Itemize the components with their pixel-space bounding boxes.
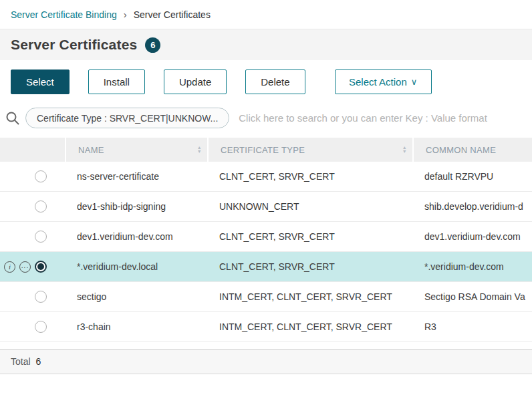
breadcrumb: Server Certificate Binding › Server Cert…	[0, 0, 532, 29]
cell-certificate-type: CLNT_CERT, SRVR_CERT	[207, 261, 412, 272]
table-body: ns-server-certificate CLNT_CERT, SRVR_CE…	[0, 162, 532, 342]
count-badge: 6	[145, 37, 160, 53]
row-radio[interactable]	[35, 261, 47, 273]
cell-name: *.veridium-dev.local	[65, 261, 207, 272]
cell-name: sectigo	[65, 291, 207, 302]
select-action-dropdown[interactable]: Select Action ∨	[335, 70, 432, 94]
row-select-cell	[0, 291, 65, 303]
row-select-cell	[0, 321, 65, 333]
row-radio[interactable]	[35, 291, 47, 303]
header-common-name[interactable]: COMMON NAME	[412, 138, 532, 162]
cell-certificate-type: CLNT_CERT, SRVR_CERT	[207, 171, 412, 182]
chevron-down-icon: ∨	[411, 77, 418, 87]
row-select-cell	[0, 200, 65, 213]
page-title: Server Certificates	[11, 37, 137, 53]
header-name-label: NAME	[78, 145, 104, 155]
filter-chip[interactable]: Certificate Type : SRVR_CERT|UNKNOW...	[25, 108, 229, 128]
install-button[interactable]: Install	[88, 70, 145, 94]
cell-common-name: *.veridium-dev.com	[412, 261, 532, 272]
select-button[interactable]: Select	[11, 70, 70, 94]
row-select-cell	[0, 170, 65, 182]
breadcrumb-link-parent[interactable]: Server Certificate Binding	[11, 9, 117, 20]
search-icon	[4, 110, 21, 127]
header-select-column	[0, 138, 65, 162]
table-row[interactable]: ns-server-certificate CLNT_CERT, SRVR_CE…	[0, 162, 532, 192]
cell-certificate-type: INTM_CERT, CLNT_CERT, SRVR_CERT	[207, 291, 412, 302]
table-footer-gap	[0, 342, 532, 349]
sort-icon[interactable]: ▲▼	[402, 146, 407, 154]
info-icon[interactable]: i	[4, 261, 15, 273]
delete-button[interactable]: Delete	[245, 70, 305, 94]
cell-common-name: dev1.veridium-dev.com	[412, 231, 532, 242]
header-name[interactable]: NAME ▲▼	[65, 138, 207, 162]
breadcrumb-separator: ›	[124, 9, 127, 20]
cell-common-name: Sectigo RSA Domain Va	[412, 291, 532, 302]
breadcrumb-current: Server Certificates	[134, 9, 211, 20]
cell-name: r3-chain	[65, 321, 207, 332]
row-radio[interactable]	[35, 321, 47, 333]
table-row[interactable]: dev1-shib-idp-signing UNKNOWN_CERT shib.…	[0, 192, 532, 222]
total-label: Total	[11, 356, 31, 367]
cell-common-name: R3	[412, 321, 532, 332]
table-footer: Total 6	[0, 349, 532, 374]
sort-icon[interactable]: ▲▼	[197, 146, 202, 154]
total-value: 6	[36, 356, 41, 367]
cell-common-name: shib.develop.veridium-d	[412, 201, 532, 212]
row-radio[interactable]	[35, 170, 47, 182]
cell-name: dev1.veridium-dev.com	[65, 231, 207, 242]
cell-common-name: default RZRVPU	[412, 171, 532, 182]
cell-certificate-type: CLNT_CERT, SRVR_CERT	[207, 231, 412, 242]
ellipsis-icon[interactable]: ...	[19, 261, 31, 273]
cell-name: ns-server-certificate	[65, 171, 207, 182]
row-radio[interactable]	[35, 200, 47, 213]
page-header: Server Certificates 6	[0, 29, 532, 60]
table-row[interactable]: r3-chain INTM_CERT, CLNT_CERT, SRVR_CERT…	[0, 312, 532, 342]
header-certificate-type-label: CERTIFICATE TYPE	[221, 145, 305, 155]
row-select-cell: i ...	[0, 261, 65, 273]
row-select-cell	[0, 231, 65, 243]
update-button[interactable]: Update	[164, 70, 227, 94]
toolbar: Select Install Update Delete Select Acti…	[0, 60, 532, 102]
search-bar: Certificate Type : SRVR_CERT|UNKNOW...	[0, 102, 532, 138]
filter-chip-label: Certificate Type : SRVR_CERT|UNKNOW...	[37, 113, 218, 124]
table-row-selected[interactable]: i ... *.veridium-dev.local CLNT_CERT, SR…	[0, 252, 532, 282]
header-certificate-type[interactable]: CERTIFICATE TYPE ▲▼	[207, 138, 412, 162]
header-common-name-label: COMMON NAME	[426, 145, 496, 155]
select-action-label: Select Action	[349, 76, 407, 88]
table-row[interactable]: sectigo INTM_CERT, CLNT_CERT, SRVR_CERT …	[0, 282, 532, 312]
row-radio[interactable]	[35, 231, 47, 243]
cell-certificate-type: UNKNOWN_CERT	[207, 201, 412, 212]
table-header: NAME ▲▼ CERTIFICATE TYPE ▲▼ COMMON NAME	[0, 138, 532, 162]
cell-certificate-type: INTM_CERT, CLNT_CERT, SRVR_CERT	[207, 321, 412, 332]
table-row[interactable]: dev1.veridium-dev.com CLNT_CERT, SRVR_CE…	[0, 222, 532, 252]
search-input[interactable]	[239, 112, 525, 124]
cell-name: dev1-shib-idp-signing	[65, 201, 207, 212]
